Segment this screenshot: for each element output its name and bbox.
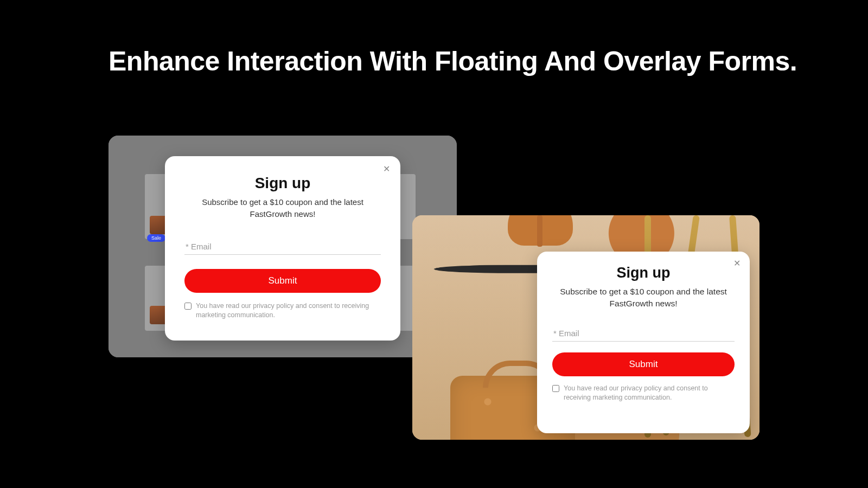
sale-badge: Sale [147,234,165,242]
overlay-example-panel: Sale ✕ Sign up Subscribe to get a $10 co… [108,136,457,357]
page-headline: Enhance Interaction With Floating And Ov… [108,44,797,79]
close-icon[interactable]: ✕ [381,164,392,175]
signup-modal-overlay: ✕ Sign up Subscribe to get a $10 coupon … [165,156,400,341]
modal-title: Sign up [552,265,735,281]
close-icon[interactable]: ✕ [731,258,742,269]
lamp-icon [537,215,542,247]
email-field[interactable] [552,325,735,342]
modal-subtitle: Subscribe to get a $10 coupon and the la… [552,286,735,310]
consent-text: You have read our privacy policy and con… [564,384,735,403]
modal-subtitle: Subscribe to get a $10 coupon and the la… [184,196,381,220]
consent-checkbox[interactable] [552,385,559,392]
consent-row[interactable]: You have read our privacy policy and con… [552,384,735,403]
email-field[interactable] [184,239,381,255]
signup-modal-floating: ✕ Sign up Subscribe to get a $10 coupon … [537,252,750,433]
consent-text: You have read our privacy policy and con… [196,301,381,320]
floating-example-panel: ✕ Sign up Subscribe to get a $10 coupon … [412,215,760,440]
submit-button[interactable]: Submit [184,269,381,293]
consent-row[interactable]: You have read our privacy policy and con… [184,301,381,320]
consent-checkbox[interactable] [184,303,192,310]
submit-button[interactable]: Submit [552,352,735,376]
modal-title: Sign up [184,175,381,192]
